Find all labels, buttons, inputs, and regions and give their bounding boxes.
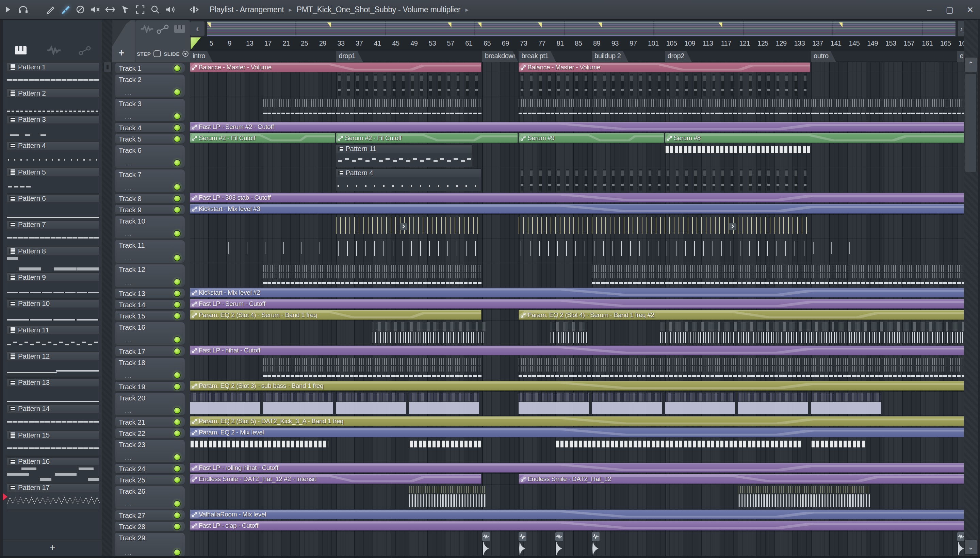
pattern-item[interactable]: Pattern 2 xyxy=(7,89,99,115)
zoom-tool-icon[interactable] xyxy=(148,3,162,16)
pattern-preview[interactable] xyxy=(7,492,99,509)
automation-clip[interactable]: Param. EQ 2 (Slot 5) - DAT2_Kick_3_A - B… xyxy=(190,416,965,426)
track-row[interactable]: Track 10... xyxy=(115,216,185,239)
track-row[interactable]: Track 22 xyxy=(115,428,185,438)
track-mute-led[interactable] xyxy=(174,254,181,261)
track-mute-led[interactable] xyxy=(174,230,181,237)
track-mute-led[interactable] xyxy=(174,407,181,414)
slip-tool-icon[interactable] xyxy=(103,3,117,16)
pattern-item[interactable]: Pattern 11 xyxy=(7,326,99,351)
playback-marker-icon[interactable] xyxy=(118,3,132,16)
track-mute-led[interactable] xyxy=(174,290,181,297)
automation-clip[interactable]: Endless Smile - DAT2_Hat_12 xyxy=(519,474,965,484)
track-mute-led[interactable] xyxy=(174,124,181,131)
track-mute-led[interactable] xyxy=(174,312,181,320)
breadcrumb-view[interactable]: Playlist - Arrangement xyxy=(210,5,284,14)
pattern-item[interactable]: Pattern 6 xyxy=(7,194,99,220)
track-name[interactable]: Track 25 xyxy=(119,476,145,484)
track-row[interactable]: Track 3... xyxy=(115,98,185,121)
track-row[interactable]: Track 13 xyxy=(115,288,185,299)
track-row[interactable]: Track 16... xyxy=(115,322,185,345)
automation-clip[interactable]: Fast LP - hihat - Cutoff xyxy=(190,345,965,355)
preview-speaker-icon[interactable] xyxy=(163,3,177,16)
pattern-preview[interactable] xyxy=(7,229,99,246)
pattern-item[interactable]: Pattern 14 xyxy=(7,405,99,430)
track-row[interactable]: Track 21 xyxy=(115,417,185,427)
track-row[interactable]: Track 17 xyxy=(115,346,185,356)
stretch-marker-icon[interactable] xyxy=(729,223,736,230)
pattern-name[interactable]: Pattern 11 xyxy=(7,326,99,334)
track-mute-led[interactable] xyxy=(174,465,181,472)
headphones-icon[interactable] xyxy=(16,3,30,16)
track-row[interactable]: Track 7... xyxy=(115,169,185,192)
track-name[interactable]: Track 10 xyxy=(119,217,145,225)
track-name[interactable]: Track 4 xyxy=(119,124,141,132)
slide-toggle[interactable] xyxy=(182,51,189,57)
scroll-up-button[interactable]: ⌃ xyxy=(964,57,977,72)
track-row[interactable]: Track 25 xyxy=(115,474,185,485)
track-row[interactable]: Track 11... xyxy=(115,240,185,263)
add-pattern-button[interactable]: + xyxy=(3,540,102,555)
track-row[interactable]: Track 19 xyxy=(115,381,185,392)
playlist-grid[interactable]: Balance - Master - VolumeBalance - Maste… xyxy=(190,62,965,556)
audio-clip[interactable] xyxy=(555,532,563,556)
track-row[interactable]: Track 20... xyxy=(115,393,185,416)
select-tool-icon[interactable] xyxy=(133,3,147,16)
pattern-preview[interactable] xyxy=(7,439,99,456)
track-row[interactable]: Track 23... xyxy=(115,439,185,463)
section-marker[interactable]: intro xyxy=(190,51,213,62)
track-name[interactable]: Track 3 xyxy=(119,100,141,108)
delete-tool-icon[interactable] xyxy=(74,3,87,16)
track-row[interactable]: Track 18... xyxy=(115,357,185,381)
track-mute-led[interactable] xyxy=(174,453,181,461)
track-mute-led[interactable] xyxy=(174,301,181,308)
pattern-preview[interactable] xyxy=(7,360,99,377)
pattern-preview[interactable] xyxy=(7,203,99,220)
pattern-name[interactable]: Pattern 9 xyxy=(7,273,99,281)
paint-tool-icon[interactable] xyxy=(59,3,72,16)
track-row[interactable]: Track 2... xyxy=(115,74,185,97)
pattern-preview[interactable] xyxy=(7,97,99,115)
track-name[interactable]: Track 28 xyxy=(119,523,145,531)
track-name[interactable]: Track 15 xyxy=(119,312,145,320)
stretch-marker-icon[interactable] xyxy=(400,223,407,230)
automation-track-icon[interactable] xyxy=(156,25,169,35)
audio-clip[interactable] xyxy=(519,532,526,556)
song-minimap-scrollbar[interactable] xyxy=(207,21,955,36)
track-mute-led[interactable] xyxy=(174,348,181,355)
pattern-preview[interactable] xyxy=(7,71,99,89)
pattern-name[interactable]: Pattern 8 xyxy=(7,247,99,255)
track-row[interactable]: Track 6... xyxy=(115,145,185,168)
pattern-item[interactable]: Pattern 7 xyxy=(7,220,99,246)
automation-clip[interactable]: Param. EQ 2 (Slot 4) - Serum - Band 1 fr… xyxy=(190,310,481,320)
add-track-button[interactable]: + xyxy=(118,47,125,59)
pattern-item[interactable]: Pattern 13 xyxy=(7,378,99,404)
track-mute-led[interactable] xyxy=(174,371,181,379)
track-row[interactable]: Track 26... xyxy=(115,486,185,509)
track-name[interactable]: Track 23 xyxy=(119,441,145,449)
track-name[interactable]: Track 21 xyxy=(119,418,145,426)
track-name[interactable]: Track 18 xyxy=(119,359,145,367)
section-marker[interactable]: buildup 2 xyxy=(592,51,629,62)
track-row[interactable]: Track 1 xyxy=(115,63,185,73)
automation-clip[interactable]: Serum #8 xyxy=(665,133,965,143)
track-mute-led[interactable] xyxy=(174,419,181,426)
pattern-item[interactable]: Pattern 9 xyxy=(7,273,99,299)
track-mute-led[interactable] xyxy=(174,500,181,507)
audio-clip[interactable] xyxy=(592,532,599,556)
automation-clip[interactable]: Fast LP - Serum - Cutoff xyxy=(190,299,965,309)
pattern-name[interactable]: Pattern 3 xyxy=(7,115,99,124)
tab-piano-icon[interactable] xyxy=(14,46,28,56)
pattern-list-scrollbar[interactable] xyxy=(102,20,112,556)
automation-clip[interactable]: Kickstart - Mix level #3 xyxy=(190,204,965,214)
tab-automation-icon[interactable] xyxy=(78,46,92,56)
section-marker[interactable]: drop1 xyxy=(336,51,363,62)
automation-clip[interactable]: Balance - Master - Volume xyxy=(190,62,481,72)
track-name[interactable]: Track 24 xyxy=(119,465,145,473)
grid-track-lane[interactable] xyxy=(190,532,965,556)
track-name[interactable]: Track 27 xyxy=(119,511,145,520)
pattern-item[interactable]: Pattern 1 xyxy=(7,62,99,89)
track-row[interactable]: Track 27 xyxy=(115,510,185,520)
pattern-name[interactable]: Pattern 17 xyxy=(7,484,99,492)
audio-clip[interactable] xyxy=(482,532,490,556)
